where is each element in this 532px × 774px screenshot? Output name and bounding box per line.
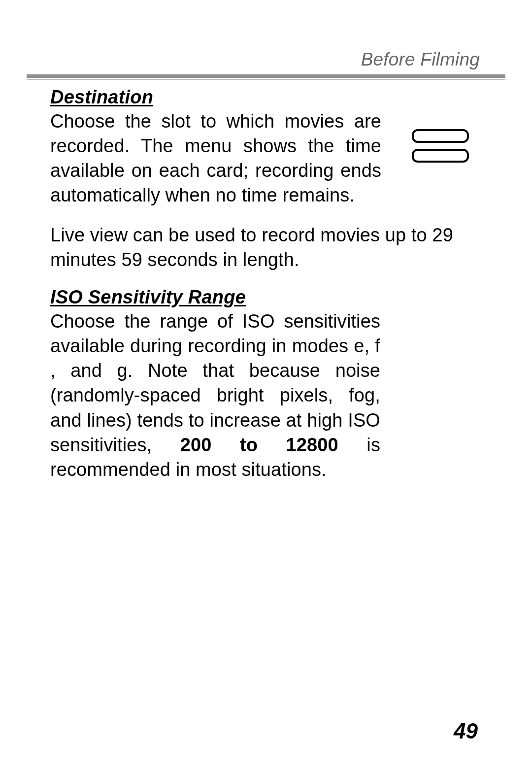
iso-text-column: ISO Sensitivity Range Choose the range o… <box>50 287 380 482</box>
iso-text-pre: Choose the range of ISO sensitivities av… <box>50 311 380 455</box>
content-area: Destination Choose the slot to which mov… <box>50 87 480 482</box>
destination-section: Destination Choose the slot to which mov… <box>50 87 480 208</box>
svg-rect-0 <box>413 130 468 142</box>
iso-paragraph: Choose the range of ISO sensitivities av… <box>50 309 380 482</box>
iso-heading: ISO Sensitivity Range <box>50 287 380 308</box>
header-rule-thin <box>27 79 505 80</box>
iso-section: ISO Sensitivity Range Choose the range o… <box>50 287 480 482</box>
page-number: 49 <box>454 719 478 743</box>
destination-heading: Destination <box>50 87 381 108</box>
card-slots-icon-column <box>401 87 480 164</box>
destination-paragraph-1: Choose the slot to which movies are reco… <box>50 109 381 208</box>
svg-rect-1 <box>413 150 468 162</box>
destination-paragraph-2: Live view can be used to record movies u… <box>50 223 480 272</box>
destination-text-column: Destination Choose the slot to which mov… <box>50 87 381 208</box>
running-head: Before Filming <box>361 49 480 70</box>
card-slots-icon <box>411 128 470 164</box>
manual-page: Before Filming Destination Choose the sl… <box>0 0 532 774</box>
header-rule-thick <box>27 74 505 78</box>
iso-text-bold: 200 to 12800 <box>180 435 338 455</box>
